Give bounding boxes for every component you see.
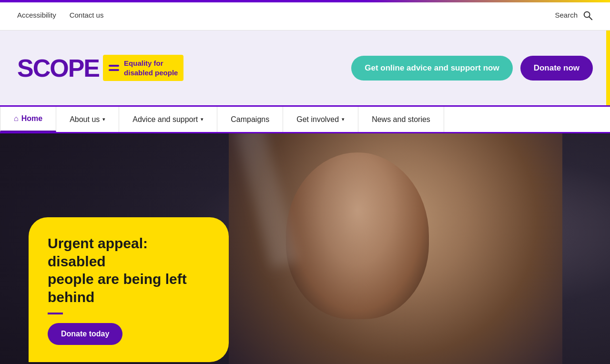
hero-title: Urgent appeal: disabled people are being…	[48, 234, 210, 306]
nav-item-get-involved[interactable]: Get involved ▾	[283, 107, 358, 132]
logo-badge-icon	[109, 65, 119, 71]
top-bar: Accessibility Contact us Search	[0, 0, 610, 30]
home-icon: ⌂	[14, 114, 19, 123]
nav-item-about[interactable]: About us ▾	[56, 107, 119, 132]
accessibility-link[interactable]: Accessibility	[17, 11, 56, 19]
nav-label-advice: Advice and support	[132, 115, 198, 124]
svg-line-1	[589, 17, 592, 20]
nav-item-home[interactable]: ⌂ Home	[0, 107, 56, 132]
logo-line-2	[109, 69, 119, 71]
main-nav: ⌂ Home About us ▾ Advice and support ▾ C…	[0, 107, 610, 133]
donate-button[interactable]: Donate now	[520, 56, 593, 81]
hero-donate-button[interactable]: Donate today	[48, 323, 122, 345]
nav-label-news: News and stories	[372, 115, 430, 124]
hero-card: Urgent appeal: disabled people are being…	[29, 217, 229, 362]
nav-item-news[interactable]: News and stories	[358, 107, 444, 132]
logo-text: SCOPE	[17, 56, 99, 81]
hero-section: Urgent appeal: disabled people are being…	[0, 133, 610, 364]
search-label: Search	[555, 11, 578, 19]
search-icon	[582, 10, 593, 20]
logo-tagline: Equality for disabled people	[124, 59, 178, 77]
nav-item-campaigns[interactable]: Campaigns	[217, 107, 283, 132]
chevron-icon-about: ▾	[102, 116, 105, 122]
chevron-icon-get-involved: ▾	[342, 116, 345, 122]
nav-item-advice[interactable]: Advice and support ▾	[119, 107, 217, 132]
search-area[interactable]: Search	[555, 10, 593, 20]
nav-label-campaigns: Campaigns	[231, 115, 269, 124]
logo-line-1	[109, 65, 119, 67]
top-bar-left: Accessibility Contact us	[17, 11, 103, 19]
advice-button[interactable]: Get online advice and support now	[351, 56, 512, 81]
logo-badge: Equality for disabled people	[103, 55, 183, 81]
logo-area: SCOPE Equality for disabled people	[17, 55, 183, 81]
nav-label-about: About us	[70, 115, 100, 124]
nav-label-home: Home	[21, 114, 42, 123]
header-buttons: Get online advice and support now Donate…	[351, 56, 593, 81]
hero-dash	[48, 313, 63, 314]
chevron-icon-advice: ▾	[201, 116, 203, 122]
site-header: SCOPE Equality for disabled people Get o…	[0, 30, 610, 107]
nav-label-get-involved: Get involved	[296, 115, 339, 124]
contact-link[interactable]: Contact us	[70, 11, 104, 19]
